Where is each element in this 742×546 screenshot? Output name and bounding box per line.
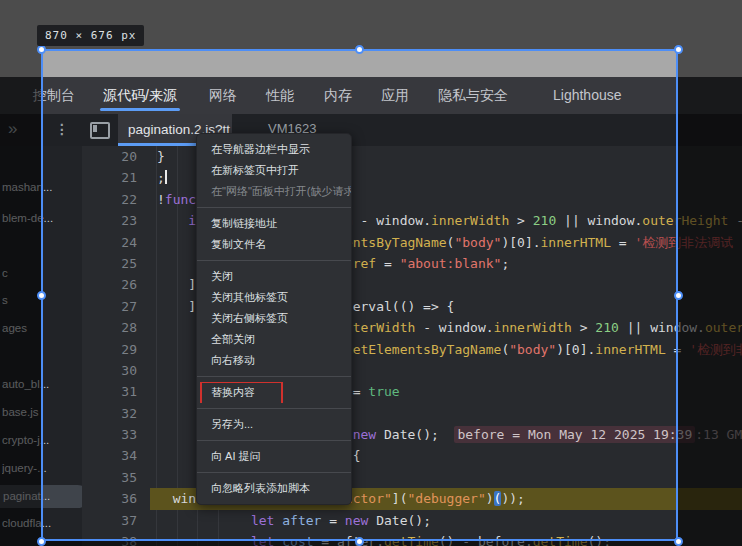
selection-handle[interactable] [674, 291, 683, 300]
context-menu-item[interactable]: 关闭 [197, 266, 351, 287]
selection-handle[interactable] [355, 537, 364, 546]
selection-handle[interactable] [37, 537, 46, 546]
selection-handle[interactable] [37, 291, 46, 300]
dim-overlay-bottom [0, 541, 742, 546]
menu-separator [197, 408, 351, 409]
capture-size-badge: 870 × 676 px [37, 25, 144, 46]
selection-handle[interactable] [355, 45, 364, 54]
context-menu-item[interactable]: 全部关闭 [197, 329, 351, 350]
capture-selection-rect[interactable] [41, 49, 678, 541]
context-menu-item[interactable]: 另存为... [197, 414, 351, 435]
menu-separator [197, 440, 351, 441]
context-menu-item[interactable]: 复制链接地址 [197, 213, 351, 234]
context-menu-item[interactable]: 向忽略列表添加脚本 [197, 478, 351, 499]
menu-separator [197, 207, 351, 208]
dim-overlay-right [678, 49, 742, 541]
context-menu-item[interactable]: 在导航器边栏中显示 [197, 139, 351, 160]
dim-overlay-left [0, 49, 41, 541]
context-menu-item: 在"网络"面板中打开(缺少请求) [197, 181, 351, 202]
context-menu-item[interactable]: 向右移动 [197, 350, 351, 371]
tab-context-menu: 在导航器边栏中显示在新标签页中打开在"网络"面板中打开(缺少请求)复制链接地址复… [196, 133, 352, 505]
selection-handle[interactable] [674, 45, 683, 54]
menu-separator [197, 376, 351, 377]
context-menu-item[interactable]: 替换内容 [197, 382, 351, 403]
menu-separator [197, 260, 351, 261]
menu-separator [197, 472, 351, 473]
context-menu-item[interactable]: 关闭其他标签页 [197, 287, 351, 308]
selection-handle[interactable] [674, 537, 683, 546]
context-menu-item[interactable]: 关闭右侧标签页 [197, 308, 351, 329]
annotation-red-box [200, 382, 283, 403]
screenshot-stage: 控制台源代码/来源网络性能内存应用隐私与安全Lighthouse » ⋮ pag… [0, 0, 742, 546]
context-menu-item[interactable]: 向 AI 提问 [197, 446, 351, 467]
context-menu-item[interactable]: 复制文件名 [197, 234, 351, 255]
context-menu-item[interactable]: 在新标签页中打开 [197, 160, 351, 181]
